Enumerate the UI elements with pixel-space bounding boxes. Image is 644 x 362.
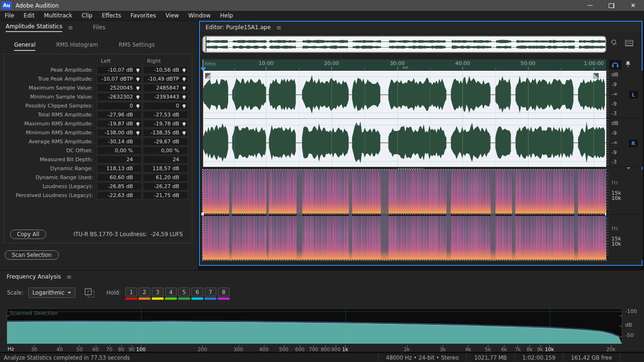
x-tick-label: 800 — [321, 346, 330, 352]
restore-button[interactable] — [601, 0, 622, 11]
marker-pin-icon[interactable] — [182, 104, 186, 108]
x-tick-label: 80 — [118, 346, 124, 352]
marker-pin-icon[interactable] — [136, 86, 140, 90]
db-tick-label: -∞ — [611, 91, 619, 97]
hold-button[interactable]: 8 — [218, 288, 230, 296]
waveform-display[interactable] — [203, 71, 606, 167]
stats-subtabs: GeneralRMS HistogramRMS Settings — [14, 41, 155, 51]
pin-ruler-icon[interactable] — [625, 61, 631, 69]
stat-value-right: 118,57 dB — [143, 165, 188, 173]
zoom-navigate-icon[interactable] — [610, 39, 619, 48]
panel-list-icon[interactable] — [625, 40, 633, 46]
stats-subtab[interactable]: General — [14, 41, 35, 51]
marker-pin-icon[interactable] — [182, 95, 186, 99]
channel-badge-left[interactable]: L — [629, 91, 638, 99]
stat-label: Maximum Sample Value: — [6, 84, 96, 92]
spectral-display[interactable] — [203, 170, 606, 260]
menu-item[interactable]: Favorites — [126, 12, 161, 19]
playhead-marker[interactable] — [200, 67, 206, 72]
marker-pin-icon[interactable] — [136, 95, 140, 99]
hold-button[interactable]: 7 — [205, 288, 216, 296]
status-segments: 48000 Hz • 24-bit • Stereo1021,77 MB1:02… — [378, 353, 619, 362]
marker-pin-icon[interactable] — [182, 122, 186, 126]
scan-selection-button[interactable]: Scan Selection — [5, 250, 59, 260]
stat-value-left: 24 — [97, 156, 142, 164]
stats-subtab[interactable]: RMS Histogram — [56, 41, 98, 51]
close-button[interactable]: ✕ — [622, 0, 644, 11]
x-tick-label: 30 — [31, 346, 37, 352]
menu-item[interactable]: Effects — [97, 12, 126, 19]
marker-pin-icon[interactable] — [182, 68, 186, 73]
hold-button[interactable]: 2 — [139, 288, 150, 296]
menu-item[interactable]: Edit — [19, 12, 39, 19]
copy-all-button[interactable]: Copy All — [10, 230, 46, 239]
spectral-silence-gap — [512, 170, 516, 260]
hold-slot: 3 — [152, 288, 164, 300]
status-message: Analyze Statistics completed in 77,53 se… — [0, 354, 130, 361]
timeline-ruler[interactable]: hms 10:0020:0030:0040:0050:001:00:00 — [203, 59, 606, 71]
scale-select[interactable]: Logarithmic — [28, 288, 75, 298]
stat-label: Dynamic Range: — [6, 165, 96, 173]
stat-value-left: 118,13 dB — [97, 165, 142, 173]
x-tick-label: 8k — [527, 346, 533, 352]
panel-menu-icon[interactable]: ≡ — [276, 24, 281, 31]
scale-ticks — [606, 173, 609, 211]
copy-graph-icon[interactable] — [85, 288, 94, 297]
marker-pin-icon[interactable] — [136, 131, 140, 135]
hold-button[interactable]: 5 — [178, 288, 190, 296]
frequency-plot-y-axis: dB-50-100 — [625, 308, 644, 344]
x-tick-label: 90 — [128, 346, 134, 352]
x-tick-label: 500 — [279, 346, 289, 352]
channel-badge-right[interactable]: R — [629, 140, 638, 147]
stat-value-right: -138,35 dB — [143, 129, 188, 137]
panel-menu-icon[interactable]: ≡ — [66, 273, 72, 280]
marker-pin-icon[interactable] — [182, 86, 186, 90]
x-tick-label: 1k — [342, 346, 348, 352]
tab-amplitude-statistics[interactable]: Amplitude Statistics — [6, 23, 62, 32]
stat-value-left: -27,96 dB — [97, 111, 142, 119]
menu-item[interactable]: Window — [183, 12, 215, 19]
hold-button[interactable]: 6 — [191, 288, 203, 296]
marker-pin-icon[interactable] — [182, 77, 186, 82]
overview-handle[interactable] — [203, 37, 206, 52]
menu-item[interactable]: File — [0, 12, 19, 19]
marker-pin-icon[interactable] — [136, 104, 140, 108]
monitor-headphone-icon[interactable] — [609, 60, 621, 69]
marker-pin-icon[interactable] — [136, 122, 140, 126]
marker-pin-icon[interactable] — [136, 68, 140, 73]
hold-button[interactable]: 1 — [125, 288, 137, 296]
overview-navigator[interactable] — [202, 36, 606, 53]
stats-subtab[interactable]: RMS Settings — [119, 41, 155, 51]
tab-files[interactable]: Files — [93, 24, 105, 31]
menu-item[interactable]: Help — [215, 12, 238, 19]
hold-color-swatch — [152, 297, 164, 300]
selection-handle-icon[interactable] — [205, 73, 211, 79]
stat-label: Minimum RMS Amplitude: — [6, 129, 96, 137]
hold-label: Hold: — [107, 289, 121, 296]
frequency-plot[interactable]: Scanned Selection — [7, 308, 622, 344]
collapse-arrow-icon[interactable] — [627, 167, 630, 169]
splitter-grip[interactable] — [398, 168, 424, 169]
selection-handle-icon[interactable] — [201, 213, 204, 215]
menu-item[interactable]: Clip — [77, 12, 97, 19]
menu-item[interactable]: View — [161, 12, 183, 19]
db-tick-label: -9 — [611, 101, 619, 107]
stat-label: DC Offset: — [6, 147, 96, 155]
scanned-selection-label: Scanned Selection — [10, 310, 58, 316]
stat-label: Average RMS Amplitude: — [6, 138, 96, 146]
hold-button[interactable]: 3 — [152, 288, 164, 296]
marker-pin-icon[interactable] — [182, 131, 186, 135]
hold-button[interactable]: 4 — [165, 288, 177, 296]
stat-value-left: -138,00 dB — [97, 129, 142, 137]
frequency-analysis-panel: Frequency Analysis ≡ Scale: Logarithmic … — [0, 271, 644, 352]
editor-title[interactable]: Editor: Purple15A1.ape — [206, 24, 271, 31]
panel-menu-icon[interactable]: ≡ — [68, 24, 73, 31]
menu-item[interactable]: Multitrack — [39, 12, 77, 19]
amplitude-statistics-panel: Amplitude Statistics ≡ Files GeneralRMS … — [0, 21, 198, 270]
menubar: FileEditMultitrackClipEffectsFavoritesVi… — [0, 11, 644, 21]
hold-color-swatch — [139, 297, 150, 300]
marker-pin-icon[interactable] — [136, 77, 140, 82]
panel-title[interactable]: Frequency Analysis — [7, 273, 61, 280]
minimize-button[interactable] — [579, 0, 601, 11]
editor-panel: Editor: Purple15A1.ape ≡ hms 10:0020:003… — [199, 21, 643, 266]
